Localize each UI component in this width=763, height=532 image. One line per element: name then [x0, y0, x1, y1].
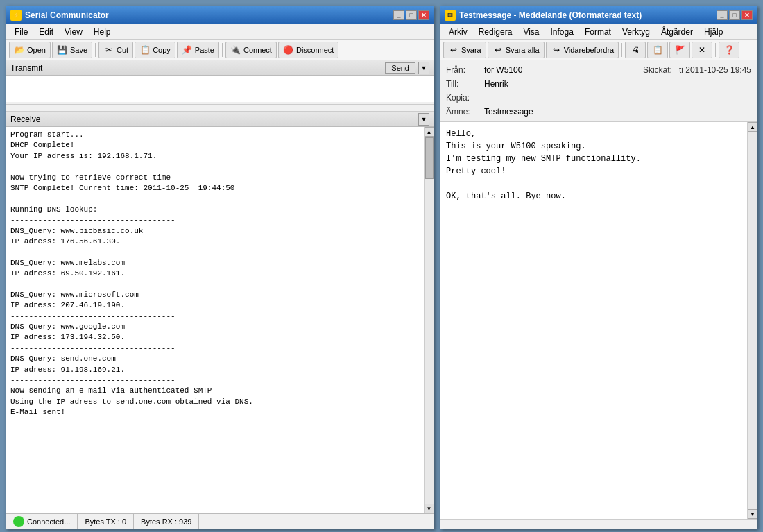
email-menu-arkiv[interactable]: Arkiv	[443, 26, 473, 38]
forward-button[interactable]: ↪ Vidarebefordra	[546, 42, 619, 58]
email-maximize-button[interactable]: □	[729, 10, 740, 20]
paste-button[interactable]: 📌 Paste	[177, 42, 219, 58]
receive-dropdown-arrow[interactable]: ▼	[418, 113, 429, 126]
send-dropdown-arrow[interactable]: ▼	[418, 62, 429, 74]
receive-text-display: Program start... DHCP Complete! Your IP …	[6, 127, 424, 513]
scroll-down-arrow[interactable]: ▼	[425, 504, 434, 513]
open-button[interactable]: 📂 Open	[9, 42, 51, 58]
menu-view[interactable]: View	[59, 26, 88, 38]
from-row: Från: för W5100 Skickat: ti 2011-10-25 1…	[446, 63, 751, 77]
menu-help[interactable]: Help	[88, 26, 117, 38]
email-window: ✉ Testmessage - Meddelande (Oformaterad …	[440, 6, 757, 529]
connect-icon: 🔌	[230, 44, 241, 55]
email-scrollbar-vertical[interactable]: ▲ ▼	[747, 122, 757, 519]
sent-value: ti 2011-10-25 19:45	[679, 65, 751, 75]
to-label: Till:	[446, 79, 484, 89]
serial-window-title: Serial Communicator	[25, 10, 109, 20]
reply-all-label: Svara alla	[506, 46, 540, 54]
email-toolbar: ↩ Svara ↩ Svara alla ↪ Vidarebefordra 🖨 …	[440, 40, 757, 60]
email-app-icon: ✉	[445, 10, 456, 21]
from-value: för W5100	[484, 65, 522, 75]
email-minimize-button[interactable]: _	[717, 10, 728, 20]
disconnect-label: Disconnect	[296, 46, 334, 54]
email-body-area: Hello, This is your W5100 speaking. I'm …	[440, 122, 757, 519]
to-row: Till: Henrik	[446, 77, 751, 91]
menu-file[interactable]: File	[9, 26, 33, 38]
copy-label: Copy	[153, 46, 171, 54]
maximize-button[interactable]: □	[406, 10, 417, 20]
cut-button[interactable]: ✂ Cut	[98, 42, 133, 58]
receive-content-area: Program start... DHCP Complete! Your IP …	[6, 127, 434, 513]
email-menu-redigera[interactable]: Redigera	[473, 26, 518, 38]
serial-app-icon: ⚡	[10, 10, 22, 21]
paste-icon: 📌	[182, 44, 193, 55]
email-menu-verktyg[interactable]: Verktyg	[617, 26, 655, 38]
email-menu-visa[interactable]: Visa	[517, 26, 545, 38]
email-scroll-up[interactable]: ▲	[748, 122, 757, 132]
email-window-title: Testmessage - Meddelande (Oformaterad te…	[459, 10, 642, 20]
send-button[interactable]: Send	[385, 62, 415, 74]
help-button[interactable]: ❓	[719, 42, 739, 58]
transmit-scrollbar-horizontal[interactable]	[6, 104, 434, 111]
receive-header: Receive ▼	[6, 112, 434, 127]
disconnect-button[interactable]: 🔴 Disconnect	[278, 42, 338, 58]
email-header-section: Från: för W5100 Skickat: ti 2011-10-25 1…	[440, 60, 757, 122]
subject-row: Ämne: Testmessage	[446, 105, 751, 119]
email-scroll-down[interactable]: ▼	[748, 509, 757, 519]
email-menu-atgarder[interactable]: Åtgärder	[655, 26, 698, 38]
minimize-button[interactable]: _	[393, 10, 404, 20]
connection-status: Connected...	[6, 514, 78, 529]
email-copy-button[interactable]: 📋	[647, 42, 668, 58]
subject-value: Testmessage	[484, 107, 533, 117]
reply-icon: ↩	[448, 44, 459, 55]
cc-row: Kopia:	[446, 91, 751, 105]
email-close-button[interactable]: ✕	[741, 10, 753, 20]
receive-scrollbar-vertical[interactable]: ▲ ▼	[424, 127, 434, 513]
email-body-text: Hello, This is your W5100 speaking. I'm …	[440, 122, 747, 519]
serial-titlebar: ⚡ Serial Communicator _ □ ✕	[6, 6, 434, 24]
email-menu-format[interactable]: Format	[579, 26, 617, 38]
close-button[interactable]: ✕	[418, 10, 429, 20]
connect-button[interactable]: 🔌 Connect	[225, 42, 277, 58]
reply-all-icon: ↩	[492, 44, 504, 55]
disconnect-icon: 🔴	[283, 44, 294, 55]
reply-button[interactable]: ↩ Svara	[443, 42, 486, 58]
scrollbar-thumb[interactable]	[425, 137, 434, 179]
delete-icon: ✕	[696, 44, 708, 55]
email-scrollbar-track[interactable]	[748, 132, 757, 509]
transmit-section: Transmit Send ▼	[6, 60, 434, 112]
serial-toolbar: 📂 Open 💾 Save ✂ Cut 📋 Copy 📌 Paste 🔌 Con…	[6, 40, 434, 60]
open-icon: 📂	[14, 44, 25, 55]
menu-edit[interactable]: Edit	[33, 26, 59, 38]
reply-all-button[interactable]: ↩ Svara alla	[488, 42, 545, 58]
bytes-tx-text: Bytes TX : 0	[85, 517, 126, 526]
save-icon: 💾	[57, 44, 68, 55]
print-icon: 🖨	[630, 44, 641, 55]
transmit-label: Transmit	[10, 63, 42, 73]
sent-label-text: Skickat:	[643, 65, 672, 75]
flag-icon: 🚩	[674, 44, 685, 55]
email-menu-infoga[interactable]: Infoga	[545, 26, 579, 38]
print-button[interactable]: 🖨	[625, 42, 646, 58]
sent-label: Skickat: ti 2011-10-25 19:45	[643, 65, 751, 75]
email-menu-hjalp[interactable]: Hjälp	[698, 26, 728, 38]
delete-button[interactable]: ✕	[692, 42, 712, 58]
scroll-up-arrow[interactable]: ▲	[425, 127, 434, 137]
toolbar-sep-2	[222, 43, 223, 57]
open-label: Open	[27, 46, 46, 54]
email-titlebar: ✉ Testmessage - Meddelande (Oformaterad …	[440, 6, 757, 24]
subject-label: Ämne:	[446, 107, 484, 117]
receive-label: Receive	[10, 114, 40, 124]
email-scrollbar-horizontal[interactable]	[440, 519, 757, 529]
save-button[interactable]: 💾 Save	[52, 42, 92, 58]
cut-icon: ✂	[103, 44, 114, 55]
flag-button[interactable]: 🚩	[669, 42, 690, 58]
connect-label: Connect	[243, 46, 272, 54]
copy-icon: 📋	[139, 44, 151, 55]
email-copy-icon: 📋	[652, 44, 663, 55]
serial-menu-bar: File Edit View Help	[6, 24, 434, 40]
copy-button[interactable]: 📋 Copy	[135, 42, 175, 58]
scrollbar-track[interactable]	[425, 137, 434, 504]
email-toolbar-sep-2	[715, 43, 716, 57]
transmit-input[interactable]	[6, 76, 434, 102]
